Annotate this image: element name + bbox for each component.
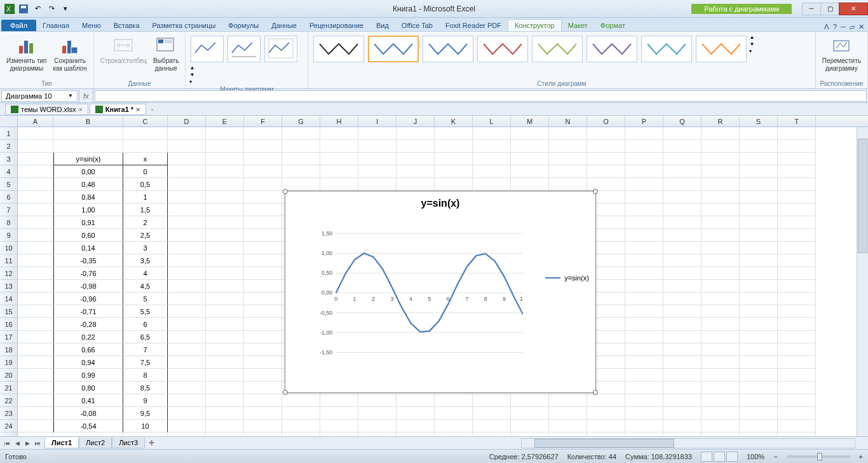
row-header[interactable]: 14 [0, 293, 17, 305]
cell[interactable] [18, 318, 53, 331]
sheet-nav-next-icon[interactable]: ▶ [23, 439, 32, 448]
cell[interactable] [244, 153, 282, 165]
cell[interactable] [549, 407, 587, 420]
cell[interactable]: 2 [123, 216, 168, 229]
tab-layout[interactable]: Макет [562, 20, 594, 31]
cell[interactable] [625, 293, 663, 305]
sheet-nav-first-icon[interactable]: ⏮ [3, 439, 11, 448]
row-header[interactable]: 23 [0, 407, 17, 420]
cell[interactable]: 7,5 [123, 356, 168, 369]
cell[interactable] [18, 165, 53, 178]
row-header[interactable]: 10 [0, 242, 17, 254]
cell[interactable] [168, 191, 206, 204]
cell[interactable] [168, 216, 206, 229]
cell[interactable]: 0,91 [53, 216, 123, 229]
cell[interactable] [168, 407, 206, 420]
mdi-restore-icon[interactable]: ▱ [850, 23, 855, 31]
undo-icon[interactable]: ↶ [32, 3, 43, 15]
cell[interactable] [244, 305, 282, 318]
cell[interactable] [435, 178, 473, 191]
style-more-icon[interactable]: ▾ [749, 48, 758, 54]
chart-layout-2[interactable] [227, 36, 261, 62]
cell[interactable]: -0,71 [53, 305, 123, 318]
cell[interactable] [587, 165, 625, 178]
sheet-tab-2[interactable]: Лист2 [79, 438, 112, 448]
cell[interactable] [397, 140, 435, 153]
cell[interactable]: 0,5 [123, 178, 168, 191]
cell[interactable] [206, 178, 244, 191]
cell[interactable]: 0,60 [53, 229, 123, 242]
cell[interactable] [244, 343, 282, 356]
cell[interactable]: -0,96 [53, 293, 123, 305]
cell[interactable] [53, 127, 123, 140]
cell[interactable] [625, 280, 663, 293]
cell[interactable] [18, 280, 53, 293]
cell[interactable] [168, 127, 206, 140]
row-header[interactable]: 7 [0, 204, 17, 216]
cell[interactable] [18, 407, 53, 420]
cell[interactable] [244, 229, 282, 242]
cell[interactable] [206, 331, 244, 343]
cell[interactable] [702, 229, 740, 242]
cell[interactable] [397, 165, 435, 178]
cell[interactable] [168, 254, 206, 267]
name-box[interactable]: Диаграмма 10 ▼ [1, 90, 78, 102]
cell[interactable] [473, 127, 511, 140]
cell[interactable] [625, 331, 663, 343]
cell[interactable] [778, 204, 816, 216]
cell[interactable] [206, 280, 244, 293]
cell[interactable] [702, 305, 740, 318]
maximize-button[interactable]: ▢ [820, 3, 839, 15]
sheet-nav-last-icon[interactable]: ⏭ [33, 439, 42, 448]
column-header[interactable]: F [244, 116, 282, 127]
cell[interactable] [663, 165, 702, 178]
tab-view[interactable]: Вид [370, 20, 395, 31]
column-header[interactable]: R [702, 116, 740, 127]
cell[interactable] [206, 420, 244, 432]
cell[interactable] [511, 178, 549, 191]
cell[interactable]: 0,00 [53, 165, 123, 178]
cell[interactable] [740, 153, 778, 165]
cell[interactable] [511, 127, 549, 140]
cell[interactable] [778, 420, 816, 432]
row-header[interactable]: 6 [0, 191, 17, 204]
close-tab-icon[interactable]: × [136, 106, 140, 113]
cell[interactable] [320, 140, 358, 153]
new-tab-icon[interactable]: ▫ [147, 106, 158, 113]
cell[interactable] [663, 267, 702, 280]
save-template-button[interactable]: Сохранить как шаблон [50, 34, 89, 74]
cell[interactable]: -0,08 [53, 407, 123, 420]
select-all-corner[interactable] [0, 116, 18, 127]
cell[interactable] [282, 407, 320, 420]
cell[interactable] [740, 343, 778, 356]
zoom-level[interactable]: 100% [747, 453, 764, 460]
cell[interactable] [663, 204, 702, 216]
cell[interactable] [663, 420, 702, 432]
cell[interactable] [740, 280, 778, 293]
redo-icon[interactable]: ↷ [46, 3, 57, 15]
cell[interactable] [702, 178, 740, 191]
chart-style-8[interactable] [696, 36, 747, 62]
cell[interactable]: 0,48 [53, 178, 123, 191]
cell[interactable] [244, 280, 282, 293]
cell[interactable] [320, 394, 358, 407]
cell[interactable] [511, 153, 549, 165]
cell[interactable] [320, 153, 358, 165]
cell[interactable] [702, 407, 740, 420]
cell[interactable] [473, 165, 511, 178]
cell[interactable] [168, 165, 206, 178]
cell[interactable] [702, 343, 740, 356]
name-box-dropdown-icon[interactable]: ▼ [68, 93, 73, 99]
cell[interactable]: 1,5 [123, 204, 168, 216]
cell[interactable] [663, 127, 702, 140]
cell[interactable] [740, 178, 778, 191]
tab-foxit[interactable]: Foxit Reader PDF [439, 20, 508, 31]
close-button[interactable]: ✕ [839, 3, 868, 15]
cell[interactable]: 0,94 [53, 356, 123, 369]
vscroll-thumb[interactable] [858, 139, 867, 253]
cell[interactable] [702, 318, 740, 331]
cell[interactable] [625, 140, 663, 153]
cell[interactable] [397, 420, 435, 432]
cell[interactable] [206, 267, 244, 280]
layout-down-icon[interactable]: ▼ [189, 72, 198, 78]
